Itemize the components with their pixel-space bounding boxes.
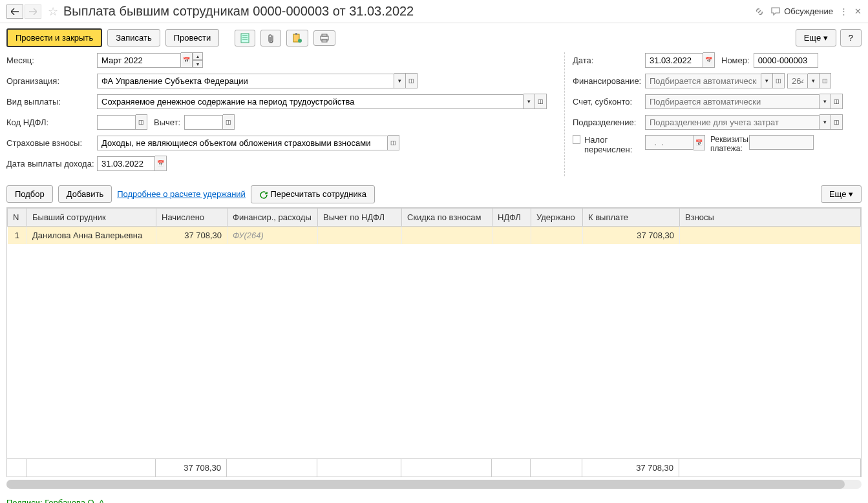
requisites-input[interactable]	[749, 135, 814, 150]
tax-paid-checkbox[interactable]	[573, 135, 580, 144]
tax-paid-label: Налог перечислен:	[584, 135, 645, 154]
tax-date-input[interactable]	[645, 135, 693, 150]
dept-input[interactable]	[645, 115, 820, 130]
paytype-dropdown-icon[interactable]: ▾	[524, 94, 535, 109]
close-icon[interactable]: ✕	[854, 6, 862, 16]
org-open-icon[interactable]: ◫	[406, 73, 418, 88]
org-input[interactable]	[97, 74, 394, 88]
paydate-calendar-icon[interactable]: 📅	[155, 156, 167, 171]
dept-open-icon[interactable]: ◫	[831, 114, 843, 130]
cell-topay: 37 708,30	[583, 226, 680, 244]
cell-n: 1	[8, 226, 27, 244]
month-up-button[interactable]: ▲	[193, 52, 203, 60]
help-button[interactable]: ?	[840, 29, 862, 46]
cell-accrued: 37 708,30	[156, 226, 228, 244]
col-withheld[interactable]: Удержано	[531, 208, 583, 226]
horizontal-scrollbar[interactable]	[6, 480, 862, 489]
more-button[interactable]: Еще ▾	[796, 29, 836, 46]
month-down-button[interactable]: ▼	[193, 60, 203, 68]
paydate-input[interactable]	[97, 156, 155, 171]
paytype-open-icon[interactable]: ◫	[535, 94, 547, 109]
account-open-icon[interactable]: ◫	[831, 94, 843, 109]
deduction-input[interactable]	[184, 115, 223, 130]
favorite-star-icon[interactable]: ☆	[48, 5, 58, 19]
cell-withheld	[531, 226, 583, 244]
discuss-button[interactable]: Обсуждение	[771, 6, 833, 16]
select-button[interactable]: Подбор	[6, 185, 53, 203]
ndfl-code-open-icon[interactable]: ◫	[136, 114, 147, 130]
col-deduction[interactable]: Вычет по НДФЛ	[318, 208, 402, 226]
svg-rect-8	[322, 34, 327, 36]
post-button[interactable]: Провести	[165, 29, 220, 46]
col-topay[interactable]: К выплате	[583, 208, 680, 226]
number-input[interactable]	[754, 53, 818, 68]
number-label: Номер:	[721, 56, 750, 65]
insurance-open-icon[interactable]: ◫	[388, 135, 399, 150]
account-dropdown-icon[interactable]: ▾	[820, 94, 831, 109]
financing-open-icon[interactable]: ◫	[773, 73, 785, 88]
paytype-label: Вид выплаты:	[6, 97, 97, 107]
cell-employee: Данилова Анна Валерьевна	[27, 226, 156, 244]
financing-label: Финансирование:	[573, 76, 645, 86]
col-accrued[interactable]: Начислено	[156, 208, 228, 226]
financing-code-input[interactable]	[787, 74, 808, 88]
cell-deduction	[318, 226, 402, 244]
date-input[interactable]	[645, 53, 703, 68]
financing-input[interactable]	[645, 74, 761, 88]
kebab-menu-icon[interactable]: ⋮	[840, 6, 848, 16]
svg-rect-0	[241, 34, 249, 43]
link-icon[interactable]	[754, 6, 765, 17]
document-button[interactable]	[235, 30, 255, 46]
nav-back-button[interactable]	[6, 5, 23, 19]
account-input[interactable]	[645, 94, 820, 109]
print-button[interactable]	[313, 30, 335, 46]
month-calendar-icon[interactable]: 📅	[181, 52, 193, 68]
dept-dropdown-icon[interactable]: ▾	[820, 114, 831, 130]
org-label: Организация:	[6, 76, 97, 86]
table-more-button[interactable]: Еще ▾	[821, 185, 862, 203]
insurance-input[interactable]	[97, 136, 388, 150]
col-financing[interactable]: Финансир., расходы	[228, 208, 318, 226]
col-discount[interactable]: Скидка по взносам	[402, 208, 492, 226]
financing-code-dropdown-icon[interactable]: ▾	[808, 73, 820, 88]
signatures-link[interactable]: Подписи: Горбачева О. А.	[6, 498, 107, 503]
attach-button[interactable]	[260, 30, 281, 46]
col-ndfl[interactable]: НДФЛ	[492, 208, 531, 226]
add-button[interactable]: Добавить	[58, 185, 112, 203]
org-dropdown-icon[interactable]: ▾	[394, 73, 406, 88]
dept-label: Подразделение:	[573, 118, 645, 127]
employee-table[interactable]: N Бывший сотрудник Начислено Финансир., …	[6, 207, 862, 459]
cell-discount	[402, 226, 492, 244]
table-row[interactable]: 1 Данилова Анна Валерьевна 37 708,30 ФУ(…	[8, 226, 861, 244]
col-contributions[interactable]: Взносы	[680, 208, 861, 226]
month-input[interactable]	[97, 53, 181, 68]
paydate-label: Дата выплаты дохода:	[6, 159, 97, 169]
details-link[interactable]: Подробнее о расчете удержаний	[117, 189, 246, 199]
ndfl-code-input[interactable]	[97, 115, 136, 130]
ndfl-code-label: Код НДФЛ:	[6, 118, 97, 127]
post-and-close-button[interactable]: Провести и закрыть	[6, 28, 102, 47]
cell-contributions	[680, 226, 861, 244]
date-calendar-icon[interactable]: 📅	[703, 52, 715, 68]
deduction-open-icon[interactable]: ◫	[223, 114, 235, 130]
recalc-button[interactable]: Пересчитать сотрудника	[251, 185, 375, 203]
nav-forward-button[interactable]	[25, 5, 41, 19]
col-employee[interactable]: Бывший сотрудник	[27, 208, 156, 226]
date-label: Дата:	[573, 56, 645, 65]
svg-rect-5	[295, 33, 297, 35]
total-accrued: 37 708,30	[156, 459, 227, 477]
financing-dropdown-icon[interactable]: ▾	[761, 73, 773, 88]
table-totals-row: 37 708,30 37 708,30	[6, 459, 862, 477]
col-n[interactable]: N	[8, 208, 27, 226]
page-title: Выплата бывшим сотрудникам 0000-000003 о…	[63, 4, 754, 19]
save-button[interactable]: Записать	[107, 29, 160, 46]
deduction-label: Вычет:	[154, 118, 180, 127]
requisites-label: Реквизиты платежа:	[710, 135, 749, 153]
total-topay: 37 708,30	[582, 459, 679, 477]
tax-date-calendar-icon[interactable]: 📅	[693, 135, 705, 150]
cell-financing: ФУ(264)	[228, 226, 318, 244]
paste-button[interactable]	[286, 30, 308, 46]
month-label: Месяц:	[6, 56, 97, 65]
paytype-input[interactable]	[97, 94, 524, 109]
financing-code-open-icon[interactable]: ◫	[820, 73, 831, 88]
